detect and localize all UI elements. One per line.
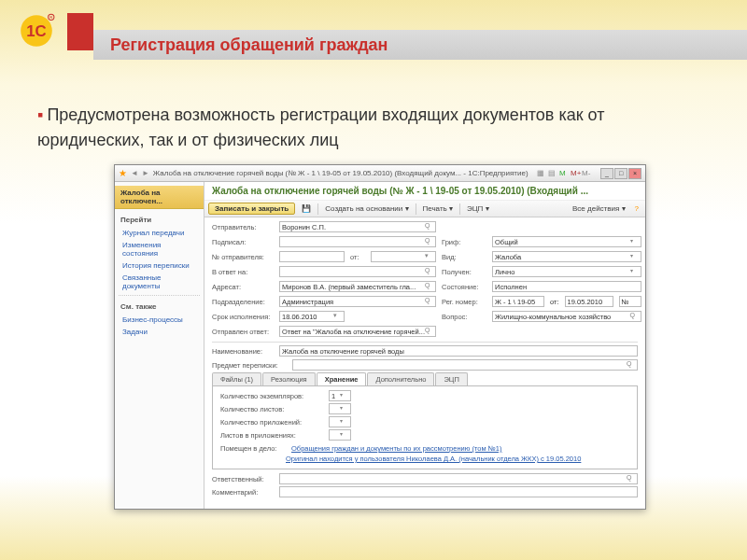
sidebar: Жалоба на отключен... Перейти Журнал пер… bbox=[115, 182, 204, 509]
field-deadline[interactable]: 18.06.2010▾ bbox=[279, 311, 345, 322]
sidebar-item-history[interactable]: История переписки bbox=[115, 259, 204, 272]
tab-ecp[interactable]: ЭЦП bbox=[435, 372, 467, 385]
field-regno[interactable]: Ж - 1 \ 19-05 bbox=[492, 296, 544, 307]
lookup-icon[interactable]: Q bbox=[425, 282, 434, 291]
label-name: Наименование: bbox=[212, 347, 274, 356]
field-name[interactable]: Жалоба на отключение горячей воды bbox=[279, 345, 638, 357]
lookup-icon[interactable]: Q bbox=[627, 474, 636, 483]
lookup-icon[interactable]: Q bbox=[425, 267, 434, 276]
lookup-icon[interactable]: Q bbox=[425, 237, 434, 246]
spinner-icon[interactable]: ▾ bbox=[340, 404, 349, 413]
field-attachments[interactable]: ▾ bbox=[329, 416, 351, 427]
minimize-button[interactable]: _ bbox=[600, 168, 613, 179]
sidebar-item-related[interactable]: Связанные документы bbox=[115, 272, 204, 292]
field-reply-to[interactable]: Q bbox=[279, 266, 436, 277]
m3-icon[interactable]: M- bbox=[582, 169, 591, 178]
field-addressee[interactable]: Миронов В.А. (первый заместитель гла...Q bbox=[279, 281, 436, 292]
red-accent-bar bbox=[67, 13, 93, 50]
field-vid[interactable]: Жалоба▾ bbox=[492, 251, 641, 262]
sidebar-item-tasks[interactable]: Задачи bbox=[115, 326, 204, 338]
label-placed-in: Помещен в дело: bbox=[220, 444, 286, 453]
spinner-icon[interactable]: ▾ bbox=[340, 430, 349, 440]
label-responsible: Ответственный: bbox=[212, 475, 274, 483]
calendar-icon[interactable]: ▾ bbox=[425, 252, 434, 261]
field-responsible[interactable]: Q bbox=[279, 473, 638, 484]
label-sheets: Количество листов: bbox=[220, 405, 323, 413]
label-grif: Гриф: bbox=[442, 238, 486, 246]
field-sender[interactable]: Воронин С.П.Q bbox=[279, 221, 436, 232]
sidebar-group-goto: Перейти bbox=[115, 213, 204, 227]
sidebar-group-seealso: См. также bbox=[115, 300, 204, 314]
slide-body: ▪Предусмотрена возможность регистрации в… bbox=[37, 103, 710, 153]
calendar-icon[interactable]: ▾ bbox=[333, 312, 343, 321]
maximize-button[interactable]: □ bbox=[614, 168, 627, 179]
tab-additional[interactable]: Дополнительно bbox=[367, 372, 434, 385]
tab-resolution[interactable]: Резолюция bbox=[262, 372, 316, 385]
lookup-icon[interactable]: Q bbox=[630, 312, 640, 321]
close-button[interactable]: × bbox=[628, 168, 641, 179]
lookup-icon[interactable]: Q bbox=[425, 222, 434, 231]
label-received: Получен: bbox=[442, 268, 486, 276]
app-titlebar[interactable]: ★ ◄ ► Жалоба на отключение горячей воды … bbox=[115, 165, 645, 182]
all-actions-button[interactable]: Все действия ▾ bbox=[570, 203, 628, 214]
field-signed[interactable]: Q bbox=[279, 236, 436, 247]
ecp-button[interactable]: ЭЦП ▾ bbox=[464, 203, 492, 214]
label-copies: Количество экземпляров: bbox=[220, 392, 323, 400]
link-placed-in-case[interactable]: Обращения граждан и документы по их расс… bbox=[291, 444, 501, 453]
save-icon[interactable]: 💾 bbox=[299, 203, 314, 214]
lookup-icon[interactable]: Q bbox=[627, 360, 636, 370]
sidebar-item-journal[interactable]: Журнал передачи bbox=[115, 227, 204, 239]
field-sender-no[interactable] bbox=[279, 251, 345, 262]
svg-text:R: R bbox=[49, 15, 52, 20]
tab-storage[interactable]: Хранение bbox=[317, 372, 367, 385]
create-based-on-button[interactable]: Создать на основании ▾ bbox=[322, 203, 411, 214]
field-copies[interactable]: 1▾ bbox=[329, 390, 351, 401]
label-addressee: Адресат: bbox=[212, 283, 274, 291]
document-title: Жалоба на отключение горячей воды (№ Ж -… bbox=[204, 182, 645, 201]
dropdown-icon[interactable]: ▾ bbox=[630, 237, 640, 246]
field-subject[interactable]: Q bbox=[292, 359, 638, 371]
label-subject: Предмет переписки: bbox=[212, 361, 287, 370]
field-grif[interactable]: Общий▾ bbox=[492, 236, 641, 247]
svg-text:1C: 1C bbox=[26, 22, 46, 40]
link-original-location[interactable]: Оригинал находится у пользователя Никола… bbox=[286, 455, 581, 463]
sidebar-header: Жалоба на отключен... bbox=[115, 186, 204, 209]
sidebar-item-processes[interactable]: Бизнес-процессы bbox=[115, 314, 204, 326]
dropdown-icon[interactable]: ▾ bbox=[630, 252, 640, 261]
slide-title: Регистрация обращений граждан bbox=[110, 35, 388, 55]
spinner-icon[interactable]: ▾ bbox=[340, 391, 349, 400]
save-close-button[interactable]: Записать и закрыть bbox=[208, 203, 295, 215]
field-reply-sent[interactable]: Ответ на "Жалоба на отключение горячей..… bbox=[279, 326, 436, 337]
lookup-icon[interactable]: Q bbox=[425, 327, 434, 336]
field-state[interactable]: Исполнен bbox=[492, 281, 641, 292]
field-comment[interactable] bbox=[279, 486, 638, 497]
label-state: Состояние: bbox=[442, 283, 486, 291]
field-regdate[interactable]: 19.05.2010 bbox=[565, 296, 613, 307]
field-dept[interactable]: АдминистрацияQ bbox=[279, 296, 436, 307]
m2-icon[interactable]: M+ bbox=[571, 169, 580, 178]
field-sender-date[interactable]: ▾ bbox=[371, 251, 436, 262]
lookup-icon[interactable]: Q bbox=[425, 297, 434, 306]
logo-1c: 1CR bbox=[17, 11, 56, 50]
print-button[interactable]: Печать ▾ bbox=[420, 203, 456, 214]
m1-icon[interactable]: M bbox=[559, 169, 569, 178]
label-attachments: Количество приложений: bbox=[220, 418, 323, 427]
field-attach-sheets[interactable]: ▾ bbox=[329, 429, 351, 441]
field-received[interactable]: Лично▾ bbox=[492, 266, 641, 277]
nav-fwd-icon[interactable]: ► bbox=[142, 169, 149, 177]
sidebar-item-state-changes[interactable]: Изменения состояния bbox=[115, 239, 204, 259]
tab-content: Количество экземпляров:1▾ Количество лис… bbox=[212, 386, 638, 469]
tab-files[interactable]: Файлы (1) bbox=[212, 372, 261, 385]
dropdown-icon[interactable]: ▾ bbox=[630, 267, 640, 276]
field-regno-extra[interactable]: № bbox=[619, 296, 641, 307]
cal-icon[interactable]: ▤ bbox=[548, 169, 557, 178]
calc-icon[interactable]: ▦ bbox=[537, 169, 546, 178]
field-sheets[interactable]: ▾ bbox=[329, 403, 351, 414]
toolbar: Записать и закрыть 💾 Создать на основани… bbox=[204, 201, 645, 217]
nav-back-icon[interactable]: ◄ bbox=[131, 169, 138, 177]
help-icon[interactable]: ? bbox=[632, 203, 641, 214]
label-deadline: Срок исполнения: bbox=[212, 313, 274, 321]
field-question[interactable]: Жилищно-коммунальное хозяйствоQ bbox=[492, 311, 641, 322]
spinner-icon[interactable]: ▾ bbox=[340, 417, 349, 427]
favorite-icon[interactable]: ★ bbox=[119, 168, 127, 178]
